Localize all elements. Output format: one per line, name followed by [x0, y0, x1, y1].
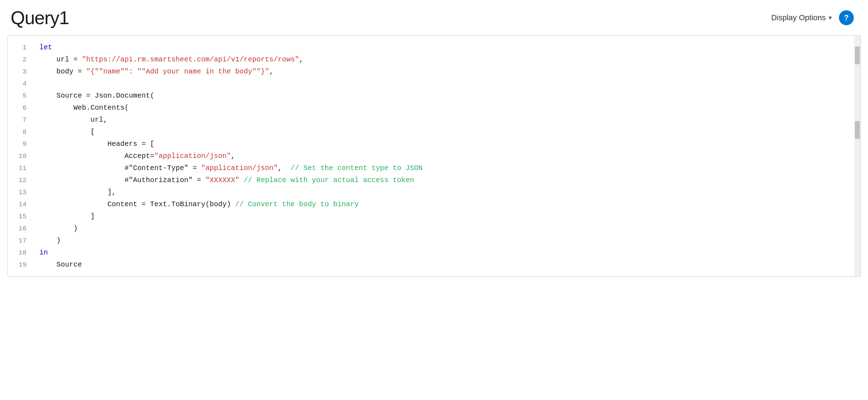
code-token-plain: Headers = [	[39, 140, 154, 148]
code-token-plain: )	[39, 236, 61, 245]
code-line	[39, 78, 853, 90]
line-number: 6	[13, 102, 27, 114]
header-right: Display Options ▾ ?	[770, 10, 854, 25]
code-token-kw: in	[39, 248, 48, 257]
code-line: Source	[39, 259, 853, 271]
code-token-plain: #"Authorization" =	[39, 176, 205, 184]
code-line: #"Content-Type" = "application/json", //…	[39, 162, 853, 174]
code-line: [	[39, 126, 853, 138]
line-number: 17	[13, 235, 27, 247]
code-content[interactable]: let url = "https://api.rm.smartsheet.com…	[32, 42, 861, 271]
code-token-plain: )	[39, 224, 78, 232]
line-number: 7	[13, 114, 27, 126]
line-number: 12	[13, 174, 27, 186]
code-token-plain: ,	[269, 67, 273, 76]
line-numbers: 12345678910111213141516171819	[7, 42, 32, 271]
code-token-plain: ],	[39, 188, 116, 196]
line-number: 2	[13, 54, 27, 66]
code-line: Accept="application/json",	[39, 150, 853, 162]
code-editor: 12345678910111213141516171819 let url = …	[7, 35, 861, 277]
line-number: 11	[13, 162, 27, 174]
code-token-str: "https://api.rm.smartsheet.com/api/v1/re…	[82, 55, 299, 64]
code-token-str: "XXXXXX"	[205, 176, 239, 184]
code-line: ],	[39, 186, 853, 198]
code-line: #"Authorization" = "XXXXXX" // Replace w…	[39, 174, 853, 186]
line-number: 16	[13, 223, 27, 235]
code-token-plain: [	[39, 128, 95, 136]
line-number: 9	[13, 138, 27, 150]
code-token-plain: body =	[39, 67, 86, 76]
code-token-comment: // Replace with your actual access token	[244, 176, 414, 184]
code-token-plain: #"Content-Type" =	[39, 164, 201, 172]
code-line: url = "https://api.rm.smartsheet.com/api…	[39, 54, 853, 66]
display-options-button[interactable]: Display Options ▾	[770, 10, 833, 25]
scrollbar-track[interactable]	[854, 36, 861, 276]
line-number: 15	[13, 210, 27, 223]
code-line: Source = Json.Document(	[39, 90, 853, 102]
code-token-comment: // Convert the body to binary	[235, 200, 359, 208]
code-line: )	[39, 223, 853, 235]
help-icon: ?	[844, 13, 848, 22]
code-token-plain: ]	[39, 212, 95, 220]
page-title: Query1	[11, 7, 69, 28]
code-token-plain: Source = Json.Document(	[39, 92, 154, 100]
code-line: body = "{""name"": ""Add your name in th…	[39, 66, 853, 78]
code-token-str: "application/json"	[154, 152, 231, 160]
chevron-down-icon: ▾	[829, 14, 832, 22]
code-token-kw: let	[39, 43, 52, 51]
code-token-plain: url =	[39, 55, 82, 64]
code-token-plain: ,	[278, 164, 291, 172]
code-line: let	[39, 42, 853, 54]
code-line: in	[39, 247, 853, 259]
code-token-plain: Source	[39, 261, 82, 269]
line-number: 1	[13, 42, 27, 54]
code-token-plain: ,	[299, 55, 303, 64]
line-number: 13	[13, 186, 27, 198]
code-token-plain: Content = Text.ToBinary(body)	[39, 200, 235, 208]
line-number: 3	[13, 66, 27, 78]
code-area: 12345678910111213141516171819 let url = …	[7, 36, 861, 276]
code-line: ]	[39, 210, 853, 223]
line-number: 19	[13, 259, 27, 271]
code-token-plain: Accept=	[39, 152, 154, 160]
header: Query1 Display Options ▾ ?	[0, 0, 868, 35]
help-button[interactable]: ?	[839, 10, 854, 25]
line-number: 14	[13, 198, 27, 210]
display-options-label: Display Options	[771, 13, 826, 22]
line-number: 18	[13, 247, 27, 259]
scrollbar-thumb-bottom[interactable]	[855, 121, 860, 139]
line-number: 8	[13, 126, 27, 138]
code-line: Headers = [	[39, 138, 853, 150]
line-number: 10	[13, 150, 27, 162]
line-number: 4	[13, 78, 27, 90]
code-line: url,	[39, 114, 853, 126]
scrollbar-thumb-top[interactable]	[855, 46, 860, 64]
code-token-plain: ,	[231, 152, 235, 160]
code-token-str: "{""name"": ""Add your name in the body"…	[86, 67, 269, 76]
code-line: Web.Contents(	[39, 102, 853, 114]
code-token-plain: Web.Contents(	[39, 104, 129, 112]
code-token-comment: // Set the content type to JSON	[291, 164, 422, 172]
code-line: )	[39, 235, 853, 247]
line-number: 5	[13, 90, 27, 102]
code-token-str: "application/json"	[201, 164, 278, 172]
code-line: Content = Text.ToBinary(body) // Convert…	[39, 198, 853, 210]
code-token-plain: url,	[39, 116, 107, 124]
code-token-plain	[239, 176, 244, 184]
